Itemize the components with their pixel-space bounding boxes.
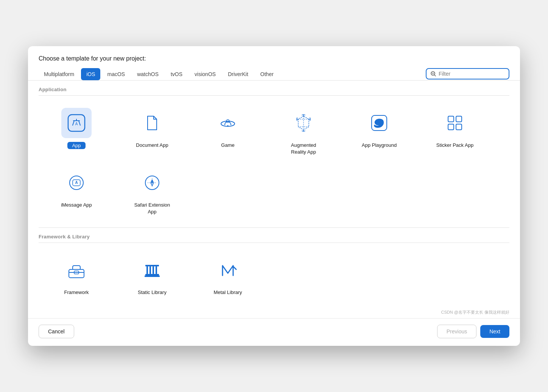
ar-app-icon-wrapper	[288, 108, 319, 138]
next-button[interactable]: Next	[480, 325, 509, 338]
tabs-group: Multiplatform iOS macOS watchOS tvOS vis…	[39, 68, 426, 80]
sticker-pack-icon-wrapper	[440, 108, 470, 138]
framework-label: Framework	[64, 289, 89, 296]
ar-app-label: AugmentedReality App	[291, 142, 316, 156]
tab-ios[interactable]: iOS	[81, 68, 100, 80]
svg-line-1	[434, 75, 436, 76]
template-app[interactable]: A App	[39, 102, 114, 162]
framework-icon-wrapper	[61, 255, 92, 285]
svg-point-10	[230, 124, 232, 125]
sticker-pack-label: Sticker Pack App	[436, 142, 473, 149]
svg-text:A: A	[75, 122, 78, 126]
template-imessage-app[interactable]: A iMessage App	[39, 162, 114, 221]
framework-section-header: Framework & Library	[39, 228, 509, 243]
app-icon-wrapper: A	[61, 108, 92, 138]
tab-visionos[interactable]: visionOS	[189, 68, 221, 80]
document-app-label: Document App	[136, 142, 168, 149]
tab-watchos[interactable]: watchOS	[132, 68, 164, 80]
svg-rect-29	[149, 266, 151, 274]
svg-point-9	[227, 125, 229, 126]
app-playground-icon-wrapper	[364, 108, 394, 138]
template-static-library[interactable]: Static Library	[114, 249, 190, 302]
dialog: Choose a template for your new project: …	[28, 46, 520, 346]
cancel-button[interactable]: Cancel	[39, 325, 74, 338]
filter-icon	[430, 71, 436, 77]
svg-rect-26	[145, 265, 159, 266]
framework-grid: Framework Static Library	[39, 243, 509, 308]
template-game[interactable]: Game	[190, 102, 266, 162]
previous-button[interactable]: Previous	[437, 325, 476, 338]
tab-tvos[interactable]: tvOS	[165, 68, 188, 80]
static-library-icon-wrapper	[137, 255, 167, 285]
template-app-playground[interactable]: App Playground	[341, 102, 417, 162]
tab-bar: Multiplatform iOS macOS watchOS tvOS vis…	[28, 68, 520, 81]
imessage-icon-wrapper: A	[61, 168, 92, 198]
svg-text:A: A	[75, 180, 78, 185]
svg-rect-32	[145, 275, 160, 277]
application-section-header: Application	[39, 81, 509, 95]
svg-rect-15	[456, 124, 462, 130]
svg-rect-27	[145, 274, 159, 275]
safari-extension-icon-wrapper	[137, 168, 167, 198]
template-framework[interactable]: Framework	[39, 249, 114, 302]
filter-box	[426, 68, 509, 79]
app-label: App	[67, 142, 85, 149]
svg-rect-28	[146, 266, 148, 274]
svg-rect-14	[448, 124, 454, 130]
template-metal-library[interactable]: Metal Library	[190, 249, 266, 302]
document-app-icon-wrapper	[137, 108, 167, 138]
metal-library-label: Metal Library	[213, 289, 242, 296]
content-area: Application A App	[28, 81, 520, 308]
static-library-label: Static Library	[138, 289, 167, 296]
svg-rect-30	[153, 266, 154, 274]
tab-driverkit[interactable]: DriverKit	[223, 68, 254, 80]
application-grid: A App Document App	[39, 95, 509, 228]
app-playground-label: App Playground	[362, 142, 397, 149]
filter-input[interactable]	[439, 71, 505, 77]
metal-library-icon-wrapper	[213, 255, 243, 285]
svg-rect-13	[456, 116, 462, 122]
tab-multiplatform[interactable]: Multiplatform	[39, 68, 79, 80]
dialog-header: Choose a template for your new project:	[28, 46, 520, 68]
watermark: CSDN @名字不要太长 像我这样就好	[28, 308, 520, 318]
svg-point-8	[224, 124, 226, 125]
dialog-title: Choose a template for your new project:	[39, 55, 146, 62]
tab-macos[interactable]: macOS	[102, 68, 130, 80]
game-label: Game	[221, 142, 234, 149]
footer-left: Cancel	[39, 325, 74, 338]
imessage-app-label: iMessage App	[61, 202, 92, 208]
svg-rect-12	[448, 116, 454, 122]
tab-other[interactable]: Other	[255, 68, 279, 80]
dialog-footer: Cancel Previous Next	[28, 318, 520, 346]
safari-extension-label: Safari ExtensionApp	[134, 202, 170, 215]
game-icon-wrapper	[213, 108, 243, 138]
svg-rect-31	[156, 266, 157, 274]
template-document-app[interactable]: Document App	[114, 102, 190, 162]
footer-right: Previous Next	[437, 325, 509, 338]
template-sticker-pack[interactable]: Sticker Pack App	[417, 102, 493, 162]
template-safari-extension[interactable]: Safari ExtensionApp	[114, 162, 190, 221]
template-ar-app[interactable]: AugmentedReality App	[266, 102, 341, 162]
